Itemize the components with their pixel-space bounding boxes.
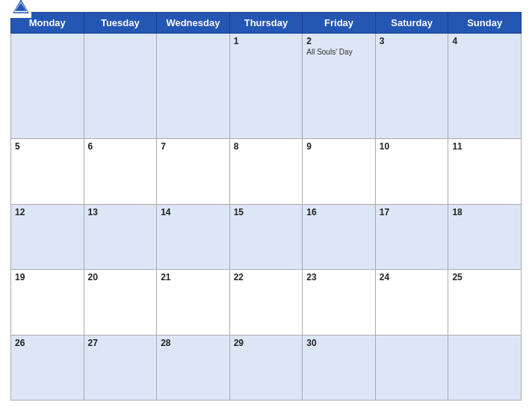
calendar-cell: [11, 34, 84, 139]
day-number: 30: [306, 338, 371, 348]
holiday-name: All Souls' Day: [306, 48, 371, 56]
week-row-4: 19202122232425: [11, 270, 522, 335]
calendar-cell: 18: [448, 204, 522, 269]
calendar-cell: 16: [303, 204, 376, 269]
calendar-cell: 3: [375, 34, 448, 139]
weekday-header-thursday: Thursday: [229, 13, 303, 34]
calendar-cell: 13: [84, 204, 157, 269]
calendar-cell: 6: [84, 139, 157, 204]
calendar-cell: 14: [157, 204, 230, 269]
calendar-cell: 12: [11, 204, 84, 269]
day-number: 9: [306, 141, 371, 152]
day-number: 8: [234, 141, 299, 152]
day-number: 7: [161, 141, 226, 152]
day-number: 29: [234, 338, 299, 348]
calendar-cell: [84, 34, 157, 139]
calendar-cell: 20: [84, 270, 157, 335]
day-number: 18: [452, 207, 517, 217]
day-number: 24: [380, 272, 445, 282]
calendar-cell: 21: [157, 270, 230, 335]
calendar-cell: 7: [157, 139, 230, 204]
day-number: 16: [306, 207, 371, 217]
day-number: 10: [380, 141, 445, 152]
calendar-cell: 15: [229, 204, 303, 269]
day-number: 25: [452, 272, 517, 282]
day-number: 1: [234, 36, 299, 46]
calendar-cell: 27: [84, 335, 157, 400]
calendar-cell: 29: [229, 335, 303, 400]
calendar-cell: 11: [448, 139, 522, 204]
calendar-cell: 5: [11, 139, 84, 204]
day-number: 14: [161, 207, 226, 217]
day-number: 23: [306, 272, 371, 282]
calendar-cell: 8: [229, 139, 303, 204]
calendar-cell: 2All Souls' Day: [303, 34, 376, 139]
day-number: 20: [88, 272, 153, 282]
calendar-cell: 30: [303, 335, 376, 400]
day-number: 12: [15, 207, 80, 217]
generalblue-logo-icon: [10, 0, 31, 18]
day-number: 26: [15, 338, 80, 348]
day-number: 5: [15, 141, 80, 152]
day-number: 4: [452, 36, 517, 46]
week-row-5: 2627282930: [11, 335, 522, 400]
day-number: 21: [161, 272, 226, 282]
weekday-header-sunday: Sunday: [448, 13, 522, 34]
calendar-cell: 1: [229, 34, 303, 139]
calendar-cell: 19: [11, 270, 84, 335]
day-number: 19: [15, 272, 80, 282]
day-number: 11: [452, 141, 517, 152]
day-number: 27: [88, 338, 153, 348]
calendar-cell: [375, 335, 448, 400]
day-number: 3: [380, 36, 445, 46]
day-number: 22: [234, 272, 299, 282]
calendar-cell: 17: [375, 204, 448, 269]
calendar-cell: 24: [375, 270, 448, 335]
calendar-cell: [157, 34, 230, 139]
day-number: 6: [88, 141, 153, 152]
calendar-cell: 23: [303, 270, 376, 335]
day-number: 17: [380, 207, 445, 217]
week-row-1: 12All Souls' Day34: [11, 34, 522, 139]
day-number: 2: [306, 36, 371, 46]
day-number: 13: [88, 207, 153, 217]
logo: [10, 0, 34, 18]
weekday-header-tuesday: Tuesday: [84, 13, 157, 34]
weekday-header-friday: Friday: [303, 13, 376, 34]
calendar-table: MondayTuesdayWednesdayThursdayFridaySatu…: [10, 12, 522, 401]
calendar-cell: 22: [229, 270, 303, 335]
calendar-cell: 28: [157, 335, 230, 400]
weekday-header-wednesday: Wednesday: [157, 13, 230, 34]
week-row-2: 567891011: [11, 139, 522, 204]
week-row-3: 12131415161718: [11, 204, 522, 269]
weekday-header-row: MondayTuesdayWednesdayThursdayFridaySatu…: [11, 13, 522, 34]
calendar-cell: 4: [448, 34, 522, 139]
calendar-cell: 25: [448, 270, 522, 335]
calendar-cell: 10: [375, 139, 448, 204]
day-number: 28: [161, 338, 226, 348]
calendar-cell: 9: [303, 139, 376, 204]
calendar-cell: 26: [11, 335, 84, 400]
weekday-header-saturday: Saturday: [375, 13, 448, 34]
day-number: 15: [234, 207, 299, 217]
calendar-cell: [448, 335, 522, 400]
